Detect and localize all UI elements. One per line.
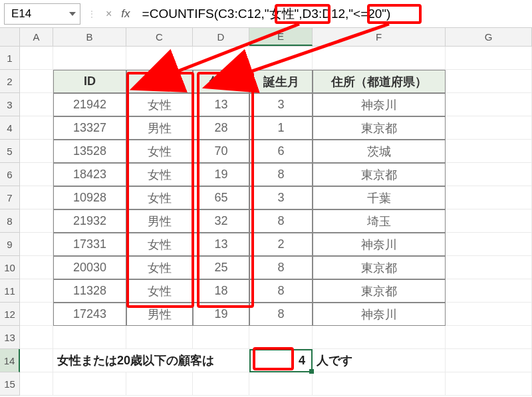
cell-age[interactable]: 32	[193, 209, 249, 233]
table-row	[20, 372, 532, 396]
result-label-post[interactable]: 人です	[313, 349, 446, 372]
row-header[interactable]: 5	[0, 140, 20, 163]
header-age[interactable]: 年齢	[193, 70, 249, 93]
cell-month[interactable]: 8	[249, 279, 313, 303]
cell-month[interactable]: 8	[249, 163, 313, 186]
cell-age[interactable]: 13	[193, 93, 249, 116]
row-header[interactable]: 10	[0, 256, 20, 279]
table-row: 18423女性198東京都	[20, 163, 532, 186]
cell-age[interactable]: 19	[193, 163, 249, 186]
cell-gender[interactable]: 女性	[126, 93, 193, 116]
cell-month[interactable]: 2	[249, 233, 313, 256]
row-header[interactable]: 13	[0, 326, 20, 349]
cell-month[interactable]: 8	[249, 303, 313, 326]
row-header[interactable]: 6	[0, 163, 20, 186]
table-row: 11328女性188東京都	[20, 279, 532, 303]
cell-pref[interactable]: 神奈川	[313, 303, 446, 326]
formula-text-prefix: =COUNTIFS(	[142, 7, 219, 21]
cell-age[interactable]: 25	[193, 256, 249, 279]
col-header-E[interactable]: E	[249, 28, 313, 46]
header-pref[interactable]: 住所（都道府県）	[313, 70, 446, 93]
cell-pref[interactable]: 千葉	[313, 186, 446, 209]
cell-id[interactable]: 18423	[53, 163, 126, 186]
table-row: 21932男性328埼玉	[20, 209, 532, 233]
row-header[interactable]: 1	[0, 47, 20, 70]
row-header[interactable]: 3	[0, 93, 20, 116]
table-row: 20030女性258東京都	[20, 256, 532, 279]
col-header-D[interactable]: D	[193, 28, 249, 46]
col-header-F[interactable]: F	[313, 28, 446, 46]
cell-pref[interactable]: 神奈川	[313, 93, 446, 116]
formula-input[interactable]: =COUNTIFS(C3:C12,"女性",D3:D12,"<=20")	[137, 3, 528, 25]
cell-id[interactable]: 21932	[53, 209, 126, 233]
cell-id[interactable]: 21942	[53, 93, 126, 116]
cell-gender[interactable]: 女性	[126, 163, 193, 186]
cell-month[interactable]: 3	[249, 93, 313, 116]
row-header[interactable]: 7	[0, 186, 20, 209]
cell-id[interactable]: 10928	[53, 186, 126, 209]
cell-id[interactable]: 20030	[53, 256, 126, 279]
row-header[interactable]: 2	[0, 70, 20, 93]
table-row: 13528女性706茨城	[20, 140, 532, 163]
cell-month[interactable]: 8	[249, 209, 313, 233]
result-value[interactable]: 4	[249, 349, 313, 372]
cell-gender[interactable]: 女性	[126, 256, 193, 279]
cell-month[interactable]: 6	[249, 140, 313, 163]
row-header[interactable]: 8	[0, 209, 20, 233]
cancel-icon[interactable]: ×	[103, 8, 114, 20]
cell-age[interactable]: 65	[193, 186, 249, 209]
cell-gender[interactable]: 女性	[126, 186, 193, 209]
col-header-B[interactable]: B	[53, 28, 126, 46]
col-header-A[interactable]: A	[20, 28, 53, 46]
cell-id[interactable]: 11328	[53, 279, 126, 303]
column-headers: A B C D E F G	[0, 28, 532, 47]
cell-age[interactable]: 18	[193, 279, 249, 303]
col-header-C[interactable]: C	[126, 28, 193, 46]
formula-bar: E14 ⋮ × fx =COUNTIFS(C3:C12,"女性",D3:D12,…	[0, 0, 532, 28]
cell-month[interactable]: 1	[249, 116, 313, 140]
row-header[interactable]: 14	[0, 349, 20, 372]
cell-month[interactable]: 8	[249, 256, 313, 279]
row-header[interactable]: 15	[0, 372, 20, 396]
cell-pref[interactable]: 東京都	[313, 116, 446, 140]
cell-pref[interactable]: 茨城	[313, 140, 446, 163]
row-header[interactable]: 4	[0, 116, 20, 140]
row-header[interactable]: 11	[0, 279, 20, 303]
cell-month[interactable]: 3	[249, 186, 313, 209]
cell-gender[interactable]: 女性	[126, 279, 193, 303]
cell-id[interactable]: 17243	[53, 303, 126, 326]
table-row	[20, 326, 532, 349]
row-header[interactable]: 12	[0, 303, 20, 326]
cell-gender[interactable]: 女性	[126, 140, 193, 163]
table-row: 17331女性132神奈川	[20, 233, 532, 256]
cell-gender[interactable]: 男性	[126, 116, 193, 140]
row-header[interactable]: 9	[0, 233, 20, 256]
cell-age[interactable]: 19	[193, 303, 249, 326]
row-headers: 1 2 3 4 5 6 7 8 9 10 11 12 13 14 15	[0, 47, 20, 396]
fx-icon[interactable]: fx	[118, 7, 132, 21]
cell-id[interactable]: 13528	[53, 140, 126, 163]
select-all-corner[interactable]	[0, 28, 20, 46]
cell-pref[interactable]: 東京都	[313, 163, 446, 186]
cell-age[interactable]: 28	[193, 116, 249, 140]
cell-pref[interactable]: 東京都	[313, 256, 446, 279]
table-row: 17243男性198神奈川	[20, 303, 532, 326]
col-header-G[interactable]: G	[446, 28, 532, 46]
name-box[interactable]: E14	[4, 3, 80, 25]
result-label-pre[interactable]: 女性または20歳以下の顧客は	[53, 349, 126, 372]
header-month[interactable]: 誕生月	[249, 70, 313, 93]
cell-age[interactable]: 70	[193, 140, 249, 163]
header-id[interactable]: ID	[53, 70, 126, 93]
cell-age[interactable]: 13	[193, 233, 249, 256]
cell-pref[interactable]: 神奈川	[313, 233, 446, 256]
cell-id[interactable]: 13327	[53, 116, 126, 140]
cell-pref[interactable]: 埼玉	[313, 209, 446, 233]
cell-gender[interactable]: 男性	[126, 209, 193, 233]
table-row: 女性または20歳以下の顧客は 4 人です	[20, 349, 532, 372]
header-gender[interactable]: 性別	[126, 70, 193, 93]
cell-pref[interactable]: 東京都	[313, 279, 446, 303]
chevron-down-icon[interactable]	[69, 12, 76, 16]
cell-id[interactable]: 17331	[53, 233, 126, 256]
cell-gender[interactable]: 男性	[126, 303, 193, 326]
cell-gender[interactable]: 女性	[126, 233, 193, 256]
